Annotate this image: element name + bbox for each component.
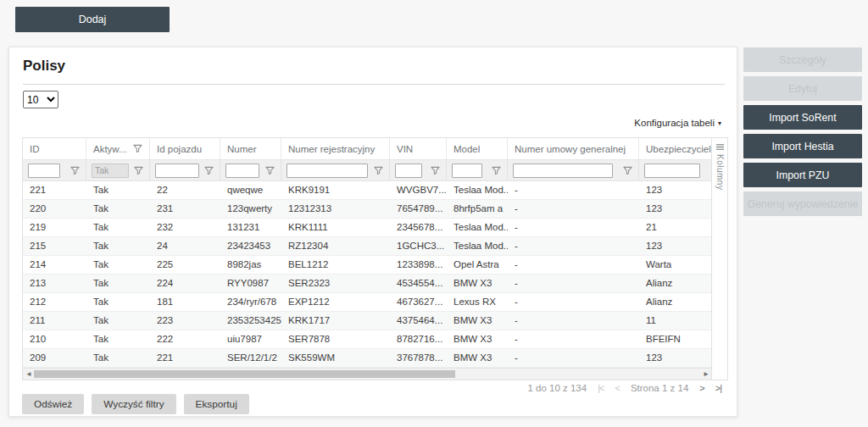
column-header-ubezpieczyciel[interactable]: Ubezpieczyciel xyxy=(639,138,712,159)
table-cell: Tak xyxy=(86,330,150,348)
column-header-aktyw[interactable]: Aktyw... xyxy=(86,138,150,159)
filter-cell-numer-rejestracyjny xyxy=(281,160,390,180)
table-cell: 221 xyxy=(23,181,86,199)
export-button[interactable]: Eksportuj xyxy=(184,394,249,414)
scrollbar-thumb[interactable] xyxy=(34,370,455,378)
column-header-label: Numer rejestracyjny xyxy=(288,144,375,154)
table-cell: 4375464... xyxy=(390,312,447,330)
table-cell: BMW X3 xyxy=(447,330,508,348)
table-cell: KRK9191 xyxy=(281,181,390,199)
column-header-label: Numer xyxy=(227,144,257,154)
funnel-icon[interactable] xyxy=(265,166,275,175)
columns-panel-toggle[interactable]: Kolumny xyxy=(711,138,727,380)
table-cell: SK559WM xyxy=(281,349,390,367)
scroll-right-icon[interactable]: ► xyxy=(703,369,709,380)
prev-page-button[interactable]: < xyxy=(615,383,619,393)
column-header-vin[interactable]: VIN xyxy=(390,138,447,159)
table-header-row: IDAktyw...Id pojazduNumerNumer rejestrac… xyxy=(23,138,712,160)
filter-input-id[interactable] xyxy=(28,164,60,178)
table-row[interactable]: 220Tak231123qwerty123123137654789...8hrf… xyxy=(23,200,712,219)
policies-table: IDAktyw...Id pojazduNumerNumer rejestrac… xyxy=(22,137,728,380)
column-header-id-pojazdu[interactable]: Id pojazdu xyxy=(150,138,220,159)
column-header-numer-rejestracyjny[interactable]: Numer rejestracyjny xyxy=(281,138,390,159)
import-pzu-button[interactable]: Import PZU xyxy=(743,163,862,187)
table-cell: 215 xyxy=(23,237,86,255)
table-cell: - xyxy=(508,274,639,292)
table-cell: KRK1111 xyxy=(281,219,390,236)
page-size-select[interactable]: 10 xyxy=(23,91,58,108)
table-row[interactable]: 213Tak224RYY0987SER23234534554...BMW X3-… xyxy=(23,274,712,293)
column-header-numer-umowy-generalnej[interactable]: Numer umowy generalnej xyxy=(508,138,639,159)
filter-input-ubezpieczyciel[interactable] xyxy=(644,164,700,178)
funnel-icon[interactable] xyxy=(431,166,440,175)
table-cell: - xyxy=(508,312,639,330)
horizontal-scrollbar[interactable]: ◄ ► xyxy=(23,368,712,380)
filter-input-aktyw xyxy=(92,164,129,178)
table-cell: 21 xyxy=(639,219,712,236)
table-row[interactable]: 212Tak181234/ryr/678EXP12124673627...Lex… xyxy=(23,293,712,312)
table-row[interactable]: 214Tak2258982jasBEL12121233898...Opel As… xyxy=(23,256,712,274)
column-header-label: Id pojazdu xyxy=(157,144,202,154)
table-config-label: Konfiguracja tabeli xyxy=(634,118,715,128)
table-cell: 123 xyxy=(639,349,712,367)
table-cell: 234/ryr/678 xyxy=(220,293,281,311)
next-page-button[interactable]: > xyxy=(699,383,704,393)
table-cell: 4673627... xyxy=(390,293,447,311)
filter-input-model[interactable] xyxy=(452,164,482,178)
table-cell: 223 xyxy=(150,312,220,330)
table-cell: Warta xyxy=(639,256,712,274)
table-cell: uiu7987 xyxy=(220,330,281,348)
active-filter-funnel-icon[interactable] xyxy=(133,144,142,153)
clear-filters-button[interactable]: Wyczyść filtry xyxy=(92,394,175,414)
edytuj-button: Edytuj xyxy=(743,76,862,101)
funnel-icon[interactable] xyxy=(623,166,632,175)
table-row[interactable]: 211Tak2232353253425KRK17174375464...BMW … xyxy=(23,312,712,330)
table-cell: SER2323 xyxy=(281,274,390,292)
table-row[interactable]: 221Tak22qweqweKRK9191WVGBV7...Teslaa Mod… xyxy=(23,181,712,200)
filter-input-numer[interactable] xyxy=(225,164,259,178)
table-cell: Lexus RX xyxy=(447,293,508,311)
table-cell: 7654789... xyxy=(390,200,447,218)
filter-input-vin[interactable] xyxy=(395,164,422,178)
table-cell: Opel Astra xyxy=(447,256,508,274)
table-cell: 224 xyxy=(150,274,220,292)
table-cell: 222 xyxy=(150,330,220,348)
funnel-icon[interactable] xyxy=(492,166,501,175)
last-page-button[interactable]: >| xyxy=(715,383,721,393)
table-config-dropdown[interactable]: Konfiguracja tabeli ▾ xyxy=(634,118,721,128)
column-header-label: VIN xyxy=(397,144,413,154)
first-page-button[interactable]: |< xyxy=(598,383,604,393)
table-cell: Tak xyxy=(86,181,150,199)
table-cell: - xyxy=(508,219,639,236)
dodaj-button[interactable]: Dodaj xyxy=(15,7,170,32)
table-cell: 1233898... xyxy=(390,256,447,274)
import-sorent-button[interactable]: Import SoRent xyxy=(743,105,862,130)
column-header-numer[interactable]: Numer xyxy=(220,138,281,159)
column-header-id[interactable]: ID xyxy=(23,138,86,159)
column-header-model[interactable]: Model xyxy=(447,138,508,159)
table-row[interactable]: 210Tak222uiu7987SER78788782716...BMW X3-… xyxy=(23,330,712,349)
table-cell: 22 xyxy=(150,181,220,199)
table-row[interactable]: 219Tak232131231KRK11112345678...Teslaa M… xyxy=(23,219,712,237)
funnel-icon[interactable] xyxy=(134,166,143,175)
filter-input-numer-rejestracyjny[interactable] xyxy=(287,164,368,178)
import-hestia-button[interactable]: Import Hestia xyxy=(743,134,862,158)
table-row[interactable]: 215Tak2423423453RZ123041GCHC3...Teslaa M… xyxy=(23,237,712,256)
columns-tab-label: Kolumny xyxy=(715,154,725,190)
table-cell: 212 xyxy=(23,293,86,311)
scroll-left-icon[interactable]: ◄ xyxy=(25,369,32,380)
szczegóły-button: Szczegóły xyxy=(743,47,862,72)
funnel-icon[interactable] xyxy=(70,166,80,175)
table-row[interactable]: 209Tak221SER/12/1/2SK559WM3767878...BMW … xyxy=(23,349,712,368)
funnel-icon[interactable] xyxy=(204,166,214,175)
table-cell: BEL1212 xyxy=(281,256,390,274)
table-cell: 12312313 xyxy=(281,200,390,218)
table-cell: Tak xyxy=(86,312,150,330)
filter-input-id-pojazdu[interactable] xyxy=(155,164,199,178)
refresh-button[interactable]: Odśwież xyxy=(22,394,84,414)
table-cell: 8782716... xyxy=(390,330,447,348)
funnel-icon[interactable] xyxy=(374,166,383,175)
table-cell: 123 xyxy=(639,200,712,218)
table-cell: Alianz xyxy=(639,293,712,311)
filter-input-numer-umowy-generalnej[interactable] xyxy=(513,164,613,178)
